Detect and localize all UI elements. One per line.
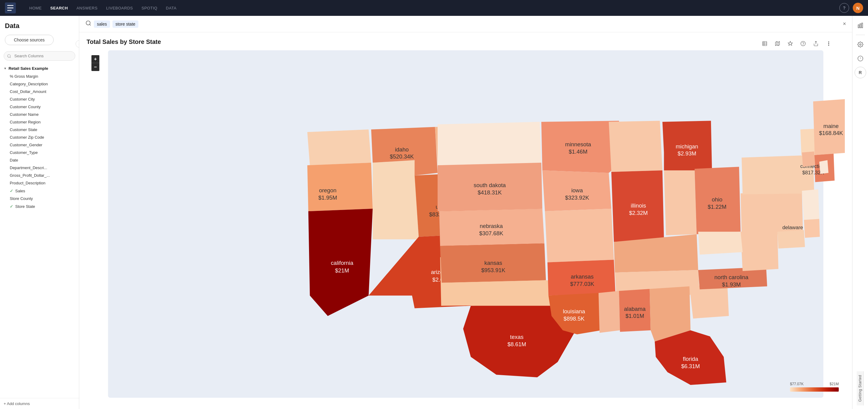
- svg-text:arkansas: arkansas: [571, 273, 594, 280]
- tree-item-gross-margin[interactable]: % Gross Margin: [0, 72, 79, 80]
- nav-home[interactable]: HOME: [26, 4, 45, 12]
- tree-item-customer-city[interactable]: Customer City: [0, 95, 79, 103]
- state-north-dakota[interactable]: [438, 122, 541, 165]
- search-clear-button[interactable]: ×: [843, 21, 846, 27]
- search-chip-store-state[interactable]: store state: [113, 21, 138, 28]
- tree-item-label: Customer State: [10, 127, 37, 132]
- zoom-out-button[interactable]: −: [91, 63, 99, 71]
- tree-item-store-county[interactable]: Store County: [0, 195, 79, 202]
- svg-text:$1.95M: $1.95M: [318, 194, 337, 201]
- state-rhode-island[interactable]: [819, 160, 828, 174]
- tree-item-label: Department_Descri...: [10, 165, 47, 170]
- tree-item-customer-state[interactable]: Customer State: [0, 126, 79, 133]
- search-columns-input[interactable]: [4, 51, 75, 61]
- user-avatar[interactable]: N: [853, 3, 863, 13]
- tree-item-dept[interactable]: Department_Descri...: [0, 164, 79, 171]
- svg-text:florida: florida: [683, 356, 699, 362]
- search-columns-wrap: [0, 49, 79, 63]
- chart-tool-map[interactable]: [772, 38, 783, 49]
- svg-text:$777.03K: $777.03K: [570, 281, 595, 287]
- state-delaware[interactable]: [804, 219, 820, 238]
- tree-item-store-state[interactable]: ✓ Store State: [0, 202, 79, 210]
- svg-point-12: [801, 41, 806, 46]
- state-virginia[interactable]: [741, 229, 778, 271]
- nav-spotiq[interactable]: SPOTIQ: [138, 4, 161, 12]
- tree-item-label: Customer Zip Code: [10, 135, 44, 139]
- panel-divider: [856, 35, 865, 35]
- tree-item-customer-region[interactable]: Customer Region: [0, 118, 79, 126]
- search-main-input[interactable]: [141, 22, 840, 27]
- tree-item-label: Category_Description: [10, 82, 48, 86]
- legend-gradient-bar: [790, 387, 839, 391]
- right-panel: R Getting Started: [852, 16, 868, 409]
- chart-tool-more[interactable]: [824, 38, 834, 49]
- state-massachusetts[interactable]: [802, 152, 815, 167]
- tree-item-cost[interactable]: Cost_Dollar_Amount: [0, 88, 79, 95]
- svg-text:$1.01M: $1.01M: [625, 313, 644, 319]
- tree-item-date[interactable]: Date: [0, 156, 79, 164]
- tree-item-label: Customer Region: [10, 120, 40, 124]
- state-wisconsin[interactable]: [609, 121, 662, 172]
- svg-text:iowa: iowa: [571, 187, 583, 193]
- state-oregon[interactable]: [307, 163, 373, 211]
- panel-r-button[interactable]: R: [855, 67, 866, 78]
- choose-sources-button[interactable]: Choose sources: [5, 35, 54, 45]
- panel-info-button[interactable]: [855, 53, 866, 64]
- svg-text:maine: maine: [824, 123, 839, 129]
- map-zoom-controls: + −: [91, 55, 99, 71]
- search-chip-sales[interactable]: sales: [94, 21, 110, 28]
- panel-chart-button[interactable]: [855, 20, 866, 31]
- tree-item-label: Store State: [15, 204, 35, 209]
- state-west-virginia[interactable]: [698, 232, 743, 254]
- tree-item-sales[interactable]: ✓ Sales: [0, 187, 79, 195]
- chart-tool-insight[interactable]: [798, 38, 808, 49]
- svg-text:$953.91K: $953.91K: [481, 267, 506, 273]
- help-button[interactable]: ?: [839, 3, 849, 13]
- tree-item-product-desc[interactable]: Product_Description: [0, 179, 79, 187]
- tree-parent-retail[interactable]: ▼ Retail Sales Example: [0, 64, 79, 72]
- legend-labels: $77.07K $21M: [790, 382, 839, 386]
- state-washington[interactable]: [307, 129, 371, 165]
- svg-text:$8.61M: $8.61M: [507, 341, 526, 347]
- add-columns-label: + Add columns: [4, 401, 30, 406]
- nav-data[interactable]: DATA: [162, 4, 180, 12]
- check-icon: ✓: [10, 188, 13, 193]
- tree-item-customer-county[interactable]: Customer County: [0, 103, 79, 111]
- tree-item-customer-type[interactable]: Customer_Type: [0, 149, 79, 156]
- add-columns-button[interactable]: + Add columns: [0, 398, 79, 409]
- svg-text:delaware: delaware: [782, 225, 803, 230]
- sidebar-title: Data: [5, 22, 74, 30]
- tree-item-label: Date: [10, 158, 18, 162]
- state-missouri[interactable]: [545, 209, 614, 262]
- state-indiana[interactable]: [664, 169, 696, 235]
- svg-rect-5: [763, 41, 767, 46]
- nav-answers[interactable]: ANSWERS: [73, 4, 101, 12]
- top-navigation: HOME SEARCH ANSWERS LIVEBOARDS SPOTIQ DA…: [0, 0, 868, 16]
- tree-item-customer-name[interactable]: Customer Name: [0, 111, 79, 118]
- state-mississippi[interactable]: [598, 291, 620, 333]
- svg-rect-68: [860, 24, 861, 28]
- state-maryland[interactable]: [777, 230, 805, 248]
- tree-item-customer-gender[interactable]: Customer_Gender: [0, 141, 79, 149]
- svg-text:$307.68K: $307.68K: [479, 230, 503, 237]
- svg-text:california: california: [331, 260, 353, 266]
- tree-item-gross-profit[interactable]: Gross_Profit_Dollar_...: [0, 171, 79, 179]
- svg-text:$1.22M: $1.22M: [708, 203, 726, 210]
- panel-settings-button[interactable]: [855, 39, 866, 50]
- svg-point-16: [828, 43, 829, 44]
- chart-tool-table[interactable]: [760, 38, 770, 49]
- tree-parent-label: Retail Sales Example: [8, 66, 48, 71]
- tree-item-category[interactable]: Category_Description: [0, 80, 79, 88]
- chart-tool-share[interactable]: [811, 38, 821, 49]
- zoom-in-button[interactable]: +: [91, 55, 99, 63]
- nav-search[interactable]: SEARCH: [46, 4, 72, 12]
- state-new-jersey[interactable]: [802, 189, 819, 220]
- app-logo[interactable]: [5, 2, 16, 13]
- svg-text:south dakota: south dakota: [474, 182, 506, 188]
- getting-started-button[interactable]: Getting Started: [857, 371, 864, 405]
- nav-liveboards[interactable]: LIVEBOARDS: [102, 4, 136, 12]
- svg-rect-67: [858, 25, 859, 28]
- chart-tool-pin[interactable]: [785, 38, 796, 49]
- state-nevada[interactable]: [373, 160, 419, 239]
- tree-item-customer-zip[interactable]: Customer Zip Code: [0, 133, 79, 141]
